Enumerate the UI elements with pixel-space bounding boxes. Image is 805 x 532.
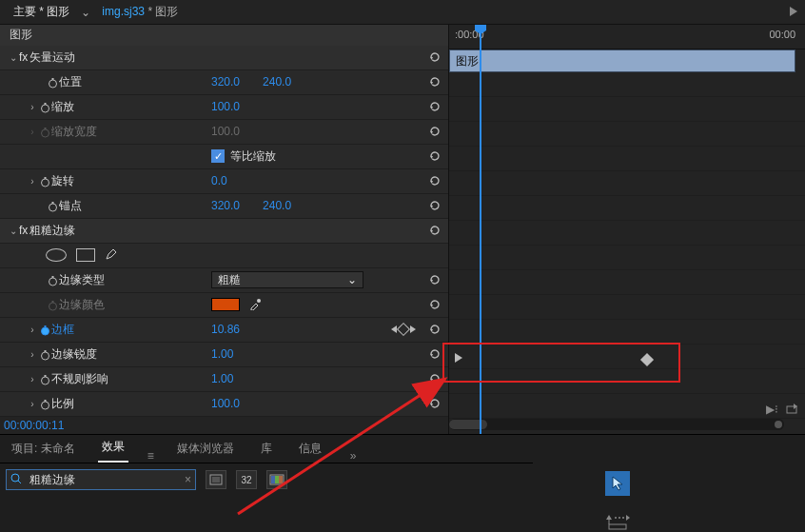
tab-media-browser[interactable]: 媒体浏览器 [173, 435, 238, 463]
svg-point-2 [49, 80, 56, 88]
tab-info[interactable]: 信息 [295, 435, 325, 463]
twirl-right-icon[interactable]: › [27, 176, 38, 187]
stopwatch-icon[interactable] [38, 397, 51, 410]
value-edge-sharp[interactable]: 1.00 [211, 347, 233, 361]
eyedropper-icon[interactable] [249, 297, 263, 313]
svg-rect-49 [279, 476, 283, 483]
pen-mask-icon[interactable] [105, 247, 118, 264]
twirl-down-icon[interactable]: ⌄ [8, 226, 19, 236]
search-input[interactable] [28, 472, 179, 487]
reset-icon[interactable] [427, 396, 442, 411]
value-anchor-x[interactable]: 320.0 [211, 199, 240, 212]
add-keyframe-icon[interactable] [397, 323, 410, 336]
value-ratio[interactable]: 100.0 [211, 397, 240, 410]
prop-label: 边缘颜色 [59, 297, 105, 313]
svg-rect-33 [44, 375, 46, 377]
twirl-right-icon[interactable]: › [27, 102, 38, 112]
effects-search[interactable]: × [6, 469, 196, 490]
tab-file-graphic[interactable]: img.sj33 * 图形 [94, 0, 186, 24]
tab-library[interactable]: 库 [257, 435, 276, 463]
reset-icon[interactable] [427, 223, 442, 238]
color-swatch[interactable] [211, 298, 240, 311]
reset-icon[interactable] [427, 173, 442, 188]
reset-icon[interactable] [427, 371, 442, 386]
twirl-right-icon[interactable]: › [27, 127, 38, 137]
tab-main-graphic[interactable]: 主要 * 图形 [6, 0, 77, 24]
stopwatch-icon[interactable] [46, 199, 59, 212]
svg-rect-20 [51, 276, 53, 278]
value-position-x[interactable]: 320.0 [211, 75, 240, 89]
scrollbar-thumb[interactable] [449, 420, 487, 429]
32bit-fx-icon[interactable]: 32 [236, 470, 257, 489]
reset-icon[interactable] [427, 124, 442, 139]
prop-scale-width: › 缩放宽度 100.0 [0, 120, 448, 145]
stopwatch-icon[interactable] [38, 347, 51, 361]
stopwatch-icon[interactable] [38, 372, 51, 385]
value-rotation[interactable]: 0.0 [211, 174, 227, 187]
value-anchor-y[interactable]: 240.0 [263, 199, 291, 212]
ellipse-mask-icon[interactable] [46, 248, 67, 262]
value-position-y[interactable]: 240.0 [263, 75, 291, 89]
stopwatch-icon-active[interactable] [38, 323, 51, 336]
reset-icon[interactable] [427, 74, 442, 89]
loop-play-icon[interactable]: ▶⁝ [766, 403, 778, 417]
accelerated-fx-icon[interactable] [206, 470, 226, 489]
rect-mask-icon[interactable] [76, 248, 95, 262]
stopwatch-icon[interactable] [38, 174, 51, 187]
reset-icon[interactable] [427, 198, 442, 213]
next-keyframe-icon[interactable] [410, 325, 416, 333]
panel-menu-icon[interactable]: ≡ [147, 449, 154, 463]
play-only-icon[interactable] [455, 352, 462, 365]
timecode-display[interactable]: 00:00:00:11 [0, 417, 448, 434]
twirl-right-icon[interactable]: › [27, 374, 38, 384]
reset-icon[interactable] [427, 297, 442, 312]
checkbox-uniform-scale[interactable]: ✓ [211, 149, 225, 163]
scrollbar-handle-right[interactable] [775, 421, 782, 428]
overflow-icon[interactable]: » [350, 449, 357, 463]
prop-rotation: › 旋转 0.0 [0, 169, 448, 194]
reset-icon[interactable] [427, 272, 442, 287]
twirl-right-icon[interactable]: › [27, 349, 38, 360]
dropdown-edge-type[interactable]: 粗糙 ⌄ [211, 271, 363, 288]
prop-label: 边缘类型 [59, 272, 105, 288]
group-roughen-edges[interactable]: ⌄ fx 粗糙边缘 [0, 219, 448, 244]
twirl-right-icon[interactable]: › [27, 325, 38, 335]
svg-point-26 [41, 327, 49, 335]
stopwatch-icon[interactable] [46, 75, 59, 89]
chevron-down-icon[interactable]: ⌄ [81, 6, 90, 19]
timeline-scrollbar[interactable] [449, 419, 784, 430]
value-scale[interactable]: 100.0 [211, 100, 240, 113]
prop-anchor: 锚点 320.0 240.0 [0, 194, 448, 219]
export-icon[interactable] [786, 403, 799, 417]
svg-marker-52 [606, 515, 612, 520]
clip-bar[interactable]: 图形 [449, 49, 795, 72]
svg-rect-45 [212, 477, 220, 483]
play-icon[interactable] [790, 6, 799, 19]
group-vector-motion[interactable]: ⌄ fx 矢量运动 [0, 46, 448, 70]
insert-overwrite-icon[interactable] [605, 515, 630, 532]
selection-tool-icon[interactable] [605, 471, 630, 496]
prev-keyframe-icon[interactable] [391, 325, 397, 333]
prop-label: 不规则影响 [51, 371, 108, 387]
bottom-tab-strip: 项目: 未命名 效果 ≡ 媒体浏览器 库 信息 » [0, 435, 533, 463]
yuv-fx-icon[interactable] [266, 470, 287, 489]
value-border[interactable]: 10.86 [211, 323, 240, 336]
clear-search-icon[interactable]: × [185, 473, 191, 486]
svg-point-35 [41, 402, 49, 409]
svg-rect-16 [51, 202, 53, 204]
tab-project[interactable]: 项目: 未命名 [8, 435, 79, 463]
tab-main-prefix: 主要 [13, 5, 36, 18]
value-irregular[interactable]: 1.00 [211, 372, 233, 385]
twirl-down-icon[interactable]: ⌄ [8, 52, 19, 63]
tab-effects[interactable]: 效果 [98, 433, 128, 463]
reset-icon[interactable] [427, 322, 442, 337]
time-ruler[interactable]: :00:00 00:00 [449, 25, 805, 49]
reset-icon[interactable] [427, 99, 442, 114]
prop-irregular: › 不规则影响 1.00 [0, 367, 448, 392]
reset-icon[interactable] [427, 148, 442, 164]
reset-icon[interactable] [427, 346, 442, 362]
twirl-right-icon[interactable]: › [27, 399, 38, 409]
stopwatch-icon[interactable] [38, 100, 51, 113]
reset-icon[interactable] [427, 49, 442, 65]
stopwatch-icon[interactable] [46, 273, 59, 286]
